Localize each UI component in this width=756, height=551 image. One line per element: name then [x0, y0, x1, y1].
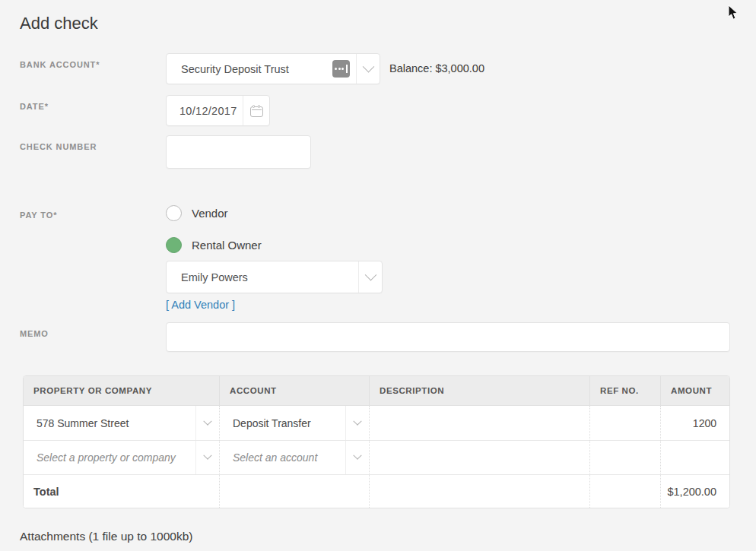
amount-cell[interactable]: 1200: [661, 406, 729, 441]
table-total-row: Total $1,200.00: [24, 475, 729, 508]
page-title: Add check: [20, 14, 756, 33]
column-header-account: ACCOUNT: [220, 376, 370, 406]
description-cell[interactable]: [370, 441, 590, 475]
total-spacer: [220, 475, 370, 508]
column-header-amount: AMOUNT: [661, 376, 729, 406]
payee-chevron-down-icon[interactable]: [359, 261, 382, 293]
column-header-property: PROPERTY OR COMPANY: [24, 376, 220, 406]
radio-rental-owner-circle[interactable]: [166, 237, 182, 253]
total-label: Total: [24, 475, 220, 508]
property-chevron-down-icon[interactable]: [196, 441, 219, 474]
table-row: 578 Summer Street Deposit Transfer 1200: [24, 406, 729, 441]
radio-rental-owner[interactable]: Rental Owner: [166, 236, 383, 254]
add-check-form: BANK ACCOUNT* Security Deposit Trust Bal…: [20, 53, 756, 352]
column-header-description: DESCRIPTION: [370, 376, 590, 406]
calendar-icon[interactable]: [243, 96, 269, 125]
line-items-table: PROPERTY OR COMPANY ACCOUNT DESCRIPTION …: [23, 375, 730, 508]
total-spacer: [590, 475, 661, 508]
ref-no-cell[interactable]: [590, 406, 661, 441]
account-chevron-down-icon[interactable]: [346, 441, 369, 474]
radio-vendor-label: Vendor: [192, 207, 228, 220]
account-cell: Select an account: [220, 441, 370, 475]
pay-to-row: PAY TO* Vendor Rental Owner Emily Powers…: [20, 204, 756, 312]
date-label: DATE*: [20, 95, 166, 111]
check-number-label: CHECK NUMBER: [20, 135, 166, 151]
description-cell[interactable]: [370, 406, 590, 441]
balance-text: Balance: $3,000.00: [389, 53, 484, 84]
property-placeholder: Select a property or company: [24, 441, 195, 474]
property-chevron-down-icon[interactable]: [196, 406, 219, 440]
payee-select[interactable]: Emily Powers: [166, 261, 383, 293]
ref-no-cell[interactable]: [590, 441, 661, 475]
pay-to-group: Vendor Rental Owner Emily Powers [ Add V…: [166, 204, 383, 312]
date-picker[interactable]: 10/12/2017: [166, 95, 270, 126]
memo-row: MEMO: [20, 322, 756, 352]
account-value: Deposit Transfer: [220, 406, 345, 440]
memo-input[interactable]: [166, 322, 730, 352]
bank-account-label: BANK ACCOUNT*: [20, 53, 166, 69]
property-value: 578 Summer Street: [24, 406, 195, 440]
amount-cell[interactable]: [661, 441, 729, 475]
date-row: DATE* 10/12/2017: [20, 95, 756, 126]
total-amount: $1,200.00: [661, 475, 729, 508]
bank-account-select[interactable]: Security Deposit Trust: [166, 53, 380, 84]
check-number-row: CHECK NUMBER: [20, 135, 756, 169]
attachments-note: Attachments (1 file up to 1000kb): [20, 530, 756, 543]
bank-account-chevron-down-icon[interactable]: [357, 54, 380, 84]
account-select[interactable]: Select an account: [220, 441, 369, 474]
memo-label: MEMO: [20, 322, 166, 338]
account-select[interactable]: Deposit Transfer: [220, 406, 369, 440]
account-placeholder: Select an account: [220, 441, 345, 474]
add-vendor-link[interactable]: [ Add Vendor ]: [166, 299, 235, 311]
property-select[interactable]: 578 Summer Street: [24, 406, 219, 440]
property-cell: 578 Summer Street: [24, 406, 220, 441]
property-select[interactable]: Select a property or company: [24, 441, 219, 474]
account-chevron-down-icon[interactable]: [346, 406, 369, 440]
radio-rental-owner-label: Rental Owner: [192, 239, 262, 252]
table-row: Select a property or company Select an a…: [24, 441, 729, 475]
card-dots-icon: [332, 60, 350, 78]
pay-to-label: PAY TO*: [20, 204, 166, 220]
total-spacer: [370, 475, 590, 508]
bank-account-row: BANK ACCOUNT* Security Deposit Trust Bal…: [20, 53, 756, 84]
radio-vendor-circle[interactable]: [166, 205, 182, 221]
table-header-row: PROPERTY OR COMPANY ACCOUNT DESCRIPTION …: [24, 376, 729, 406]
bank-account-value: Security Deposit Trust: [167, 63, 332, 75]
account-cell: Deposit Transfer: [220, 406, 370, 441]
check-number-input[interactable]: [166, 135, 311, 169]
property-cell: Select a property or company: [24, 441, 220, 475]
column-header-ref-no: REF NO.: [590, 376, 661, 406]
payee-value: Emily Powers: [167, 271, 358, 283]
radio-vendor[interactable]: Vendor: [166, 204, 383, 222]
date-value: 10/12/2017: [167, 105, 243, 117]
